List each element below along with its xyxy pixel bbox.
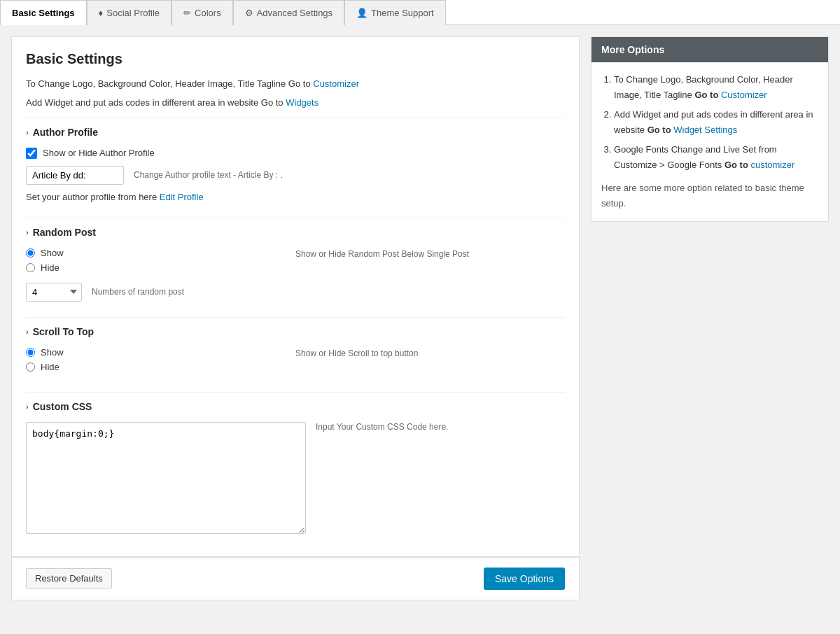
edit-profile-prefix: Set your author profile from here xyxy=(26,192,160,202)
random-post-hide-radio[interactable] xyxy=(26,263,35,272)
random-post-select-hint: Numbers of random post xyxy=(92,287,184,297)
scroll-show-radio[interactable] xyxy=(26,348,35,357)
tab-social-profile[interactable]: ♦ Social Profile xyxy=(87,0,172,25)
sidebar-list: To Change Logo, Background Color, Header… xyxy=(614,72,818,174)
tab-theme-support[interactable]: 👤 Theme Support xyxy=(344,0,446,25)
random-post-show-radio[interactable] xyxy=(26,248,35,258)
tab-basic-settings[interactable]: Basic Settings xyxy=(0,0,87,25)
save-options-button[interactable]: Save Options xyxy=(484,568,565,590)
tab-advanced-settings-label: Advanced Settings xyxy=(257,8,332,18)
tab-social-profile-label: Social Profile xyxy=(106,8,160,18)
tab-colors-label: Colors xyxy=(195,8,221,18)
author-chevron-icon: › xyxy=(26,128,29,136)
edit-profile-row: Set your author profile from here Edit P… xyxy=(26,192,565,202)
colors-icon: ✏ xyxy=(183,8,191,18)
author-profile-checkbox[interactable] xyxy=(26,148,37,159)
scroll-options: Show Hide Show or Hide Scroll to top but… xyxy=(26,347,565,376)
random-post-body: Show Hide Show or Hide Random Post Below… xyxy=(26,244,565,310)
random-post-hint-text: Show or Hide Random Post Below Single Po… xyxy=(295,249,469,259)
customizer-link-1[interactable]: Customizer xyxy=(313,78,359,89)
random-post-hide-row: Hide xyxy=(26,262,295,273)
scroll-show-label: Show xyxy=(41,347,64,358)
random-post-hide-label: Hide xyxy=(41,262,59,273)
author-profile-body: Show or Hide Author Profile Change Autho… xyxy=(26,143,565,211)
custom-css-header[interactable]: › Custom CSS xyxy=(26,392,565,418)
custom-css-chevron-icon: › xyxy=(26,402,29,411)
custom-css-hint: Input Your Custom CSS Code here. xyxy=(316,422,448,432)
custom-css-body: body{margin:0;} Input Your Custom CSS Co… xyxy=(26,418,565,542)
sidebar-item-2: Add Widget and put ads codes in differen… xyxy=(614,107,818,138)
scroll-to-top-body: Show Hide Show or Hide Scroll to top but… xyxy=(26,343,565,385)
scroll-radio-col: Show Hide xyxy=(26,347,295,376)
sidebar-widget-settings-link[interactable]: Widget Settings xyxy=(673,125,737,135)
advanced-settings-icon: ⚙ xyxy=(245,8,253,18)
scroll-chevron-icon: › xyxy=(26,327,29,336)
scroll-to-top-header[interactable]: › Scroll To Top xyxy=(26,317,565,343)
sidebar-item-1: To Change Logo, Background Color, Header… xyxy=(614,72,818,103)
tab-advanced-settings[interactable]: ⚙ Advanced Settings xyxy=(233,0,344,25)
social-profile-icon: ♦ xyxy=(99,8,104,18)
author-input-hint: Change Author profile text - Article By … xyxy=(134,170,283,180)
author-input-row: Change Author profile text - Article By … xyxy=(26,166,565,185)
theme-support-icon: 👤 xyxy=(356,8,368,18)
author-profile-header[interactable]: › Author Profile xyxy=(26,118,565,143)
tab-theme-support-label: Theme Support xyxy=(371,8,434,18)
random-post-title: Random Post xyxy=(33,227,96,238)
tab-colors[interactable]: ✏ Colors xyxy=(172,0,233,25)
author-text-input[interactable] xyxy=(26,166,124,185)
footer-bar: Restore Defaults Save Options xyxy=(11,557,580,600)
random-post-radio-col: Show Hide xyxy=(26,248,295,277)
sidebar-item-3: Google Fonts Change and Live Set from Cu… xyxy=(614,142,818,173)
intro1-prefix: To Change Logo, Background Color, Header… xyxy=(26,78,313,89)
sidebar-footer-text: Here are some more option related to bas… xyxy=(601,181,818,211)
random-post-header[interactable]: › Random Post xyxy=(26,218,565,244)
scroll-to-top-title: Scroll To Top xyxy=(33,326,94,337)
author-checkbox-label: Show or Hide Author Profile xyxy=(43,148,155,158)
edit-profile-link[interactable]: Edit Profile xyxy=(160,192,204,202)
sidebar-header: More Options xyxy=(592,37,828,62)
sidebar-panel: More Options To Change Logo, Background … xyxy=(591,36,829,222)
random-post-options: Show Hide Show or Hide Random Post Below… xyxy=(26,248,565,277)
random-post-show-row: Show xyxy=(26,248,295,258)
scroll-hint: Show or Hide Scroll to top button xyxy=(295,347,565,376)
random-post-chevron-icon: › xyxy=(26,228,29,237)
author-checkbox-row: Show or Hide Author Profile xyxy=(26,148,565,159)
custom-css-textarea[interactable]: body{margin:0;} xyxy=(26,422,306,534)
sidebar-body: To Change Logo, Background Color, Header… xyxy=(592,62,828,221)
sidebar-customizer-link-2[interactable]: customizer xyxy=(750,160,794,170)
content-area: Basic Settings To Change Logo, Backgroun… xyxy=(11,36,580,600)
scroll-hide-radio[interactable] xyxy=(26,362,35,372)
content-panel: Basic Settings To Change Logo, Backgroun… xyxy=(11,36,580,557)
intro2-prefix: Add Widget and put ads codes in differen… xyxy=(26,97,286,108)
intro-line-2: Add Widget and put ads codes in differen… xyxy=(26,96,565,111)
tab-basic-settings-label: Basic Settings xyxy=(12,8,75,18)
tabs-bar: Basic Settings ♦ Social Profile ✏ Colors… xyxy=(0,0,840,25)
sidebar-customizer-link[interactable]: Customizer xyxy=(721,90,767,100)
sidebar-box: More Options To Change Logo, Background … xyxy=(591,36,829,222)
widgets-link[interactable]: Widgets xyxy=(286,97,318,108)
random-post-select-row: 1 2 3 4 5 6 Numbers of random post xyxy=(26,283,565,302)
custom-css-title: Custom CSS xyxy=(33,401,92,412)
scroll-hide-row: Hide xyxy=(26,362,295,372)
random-post-hint: Show or Hide Random Post Below Single Po… xyxy=(295,248,565,277)
random-post-show-label: Show xyxy=(41,248,64,258)
author-profile-title: Author Profile xyxy=(33,127,98,138)
intro-line-1: To Change Logo, Background Color, Header… xyxy=(26,77,565,92)
scroll-hide-label: Hide xyxy=(41,362,59,372)
restore-defaults-button[interactable]: Restore Defaults xyxy=(26,568,112,589)
sidebar-title: More Options xyxy=(601,44,664,55)
main-layout: Basic Settings To Change Logo, Backgroun… xyxy=(0,25,840,612)
custom-css-row: body{margin:0;} Input Your Custom CSS Co… xyxy=(26,422,565,534)
page-title: Basic Settings xyxy=(26,51,565,67)
random-post-count-select[interactable]: 1 2 3 4 5 6 xyxy=(26,283,82,302)
scroll-show-row: Show xyxy=(26,347,295,358)
scroll-hint-text: Show or Hide Scroll to top button xyxy=(295,348,418,358)
